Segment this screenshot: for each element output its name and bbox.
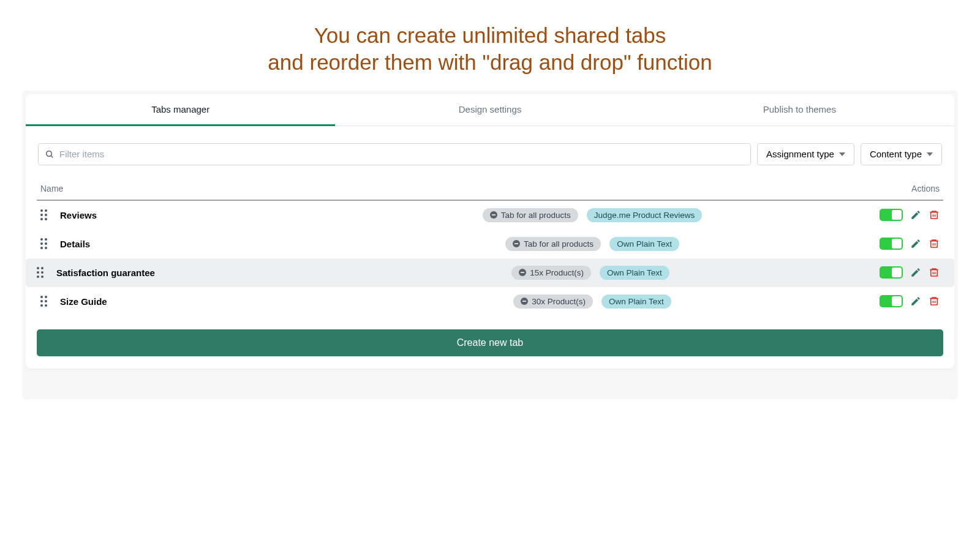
promo-heading-line2: and reorder them with "drag and drop" fu…	[0, 49, 980, 76]
table-row: Satisfaction guarantee 15x Product(s) Ow…	[26, 258, 954, 287]
manager-card: Tabs manager Design settings Publish to …	[26, 94, 954, 369]
search-icon	[45, 149, 55, 159]
minus-circle-icon	[519, 269, 526, 276]
content-pill: Own Plain Text	[609, 237, 679, 251]
row-name: Size Guide	[60, 296, 305, 307]
svg-point-0	[47, 151, 52, 156]
promo-heading-line1: You can create unlimited shared tabs	[0, 22, 980, 49]
table-row: Details Tab for all products Own Plain T…	[37, 230, 943, 258]
enable-toggle[interactable]	[880, 295, 903, 307]
content-pill: Judge.me Product Reviews	[587, 208, 702, 222]
row-actions	[880, 295, 940, 307]
content-type-label: Content type	[870, 149, 922, 159]
tab-tabs-manager[interactable]: Tabs manager	[26, 94, 335, 126]
svg-line-1	[51, 156, 53, 157]
minus-circle-icon	[521, 298, 528, 305]
row-pills: 30x Product(s) Own Plain Text	[314, 294, 871, 309]
row-actions	[880, 238, 940, 250]
row-pills: 15x Product(s) Own Plain Text	[310, 266, 871, 280]
table-header: Name Actions	[37, 165, 943, 201]
assignment-pill: 15x Product(s)	[511, 266, 591, 280]
edit-icon[interactable]	[910, 267, 921, 278]
search-input-wrap[interactable]	[38, 143, 751, 165]
col-name: Name	[40, 184, 63, 193]
drag-handle-icon[interactable]	[40, 209, 51, 220]
tab-design-settings[interactable]: Design settings	[335, 94, 644, 126]
delete-icon[interactable]	[929, 209, 940, 220]
col-actions: Actions	[911, 184, 940, 193]
svg-rect-2	[931, 212, 938, 219]
table-row: Reviews Tab for all products Judge.me Pr…	[37, 201, 943, 230]
assignment-type-label: Assignment type	[766, 149, 834, 159]
row-name: Reviews	[60, 210, 305, 220]
assignment-pill: Tab for all products	[505, 237, 601, 251]
row-pills: Tab for all products Own Plain Text	[314, 237, 871, 251]
svg-rect-4	[931, 270, 938, 277]
drag-handle-icon[interactable]	[40, 238, 51, 249]
tab-publish-themes[interactable]: Publish to themes	[645, 94, 954, 126]
row-name: Details	[60, 239, 305, 249]
enable-toggle[interactable]	[880, 209, 903, 221]
tabs-list: Reviews Tab for all products Judge.me Pr…	[37, 201, 943, 316]
assignment-pill: 30x Product(s)	[513, 294, 593, 309]
top-tabs: Tabs manager Design settings Publish to …	[26, 94, 954, 126]
delete-icon[interactable]	[929, 296, 940, 307]
promo-heading: You can create unlimited shared tabs and…	[0, 0, 980, 76]
minus-circle-icon	[490, 211, 497, 219]
content-pill: Own Plain Text	[601, 294, 671, 309]
minus-circle-icon	[513, 240, 520, 247]
svg-rect-5	[931, 299, 938, 305]
row-name: Satisfaction guarantee	[56, 268, 301, 278]
table-row: Size Guide 30x Product(s) Own Plain Text	[37, 287, 943, 316]
search-input[interactable]	[59, 149, 744, 159]
row-actions	[880, 209, 940, 221]
enable-toggle[interactable]	[880, 266, 903, 279]
create-new-tab-button[interactable]: Create new tab	[37, 329, 943, 356]
row-pills: Tab for all products Judge.me Product Re…	[314, 208, 871, 222]
edit-icon[interactable]	[910, 238, 921, 249]
drag-handle-icon[interactable]	[40, 296, 51, 307]
content-type-dropdown[interactable]: Content type	[861, 143, 942, 165]
enable-toggle[interactable]	[880, 238, 903, 250]
caret-down-icon	[927, 152, 933, 156]
caret-down-icon	[839, 152, 845, 156]
row-actions	[880, 266, 940, 279]
assignment-pill: Tab for all products	[483, 208, 578, 222]
delete-icon[interactable]	[929, 238, 940, 249]
content-pill: Own Plain Text	[600, 266, 669, 280]
assignment-type-dropdown[interactable]: Assignment type	[757, 143, 854, 165]
edit-icon[interactable]	[910, 296, 921, 307]
drag-handle-icon[interactable]	[37, 267, 48, 278]
svg-rect-3	[931, 241, 938, 248]
delete-icon[interactable]	[929, 267, 940, 278]
edit-icon[interactable]	[910, 209, 921, 220]
